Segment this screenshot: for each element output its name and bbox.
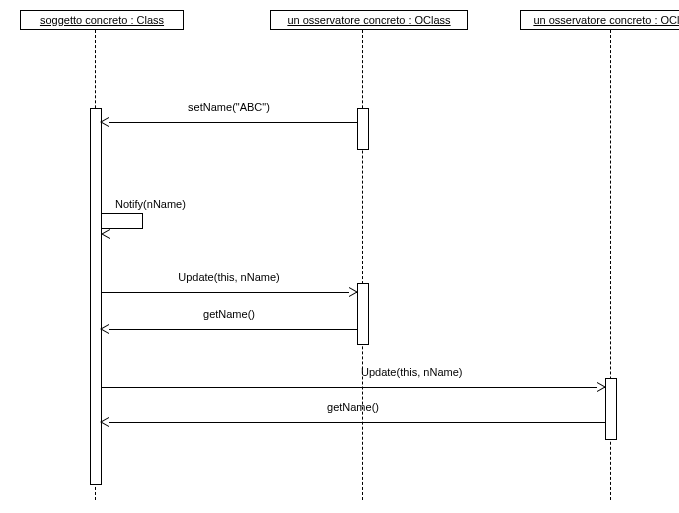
message-label: setName("ABC") — [101, 101, 357, 113]
self-call-box — [101, 213, 143, 229]
message-update-1: Update(this, nName) — [101, 285, 357, 301]
activation-bar — [357, 283, 369, 345]
arrow-left-icon — [100, 324, 109, 334]
arrow-left-icon — [100, 117, 109, 127]
arrow-right-icon — [597, 382, 606, 392]
participant-observer-1: un osservatore concreto : OClass — [270, 10, 468, 30]
arrow-right-icon — [349, 287, 358, 297]
activation-bar — [357, 108, 369, 150]
arrow-left-icon — [101, 229, 110, 239]
message-label: Update(this, nName) — [361, 366, 463, 378]
participant-label: un osservatore concreto : OCla — [533, 14, 679, 26]
message-getname-2: getName() — [101, 415, 605, 431]
message-setname: setName("ABC") — [101, 115, 357, 131]
participant-observer-2: un osservatore concreto : OCla — [520, 10, 679, 30]
arrow-left-icon — [100, 417, 109, 427]
participant-subject: soggetto concreto : Class — [20, 10, 184, 30]
message-label: getName() — [101, 401, 605, 413]
participant-label: un osservatore concreto : OClass — [287, 14, 450, 26]
participant-label: soggetto concreto : Class — [40, 14, 164, 26]
sequence-diagram: soggetto concreto : Class un osservatore… — [0, 0, 679, 513]
activation-bar — [605, 378, 617, 440]
message-label: Update(this, nName) — [101, 271, 357, 283]
message-update-2: Update(this, nName) — [101, 380, 605, 396]
message-label: Notify(nName) — [115, 198, 186, 210]
message-getname-1: getName() — [101, 322, 357, 338]
message-label: getName() — [101, 308, 357, 320]
